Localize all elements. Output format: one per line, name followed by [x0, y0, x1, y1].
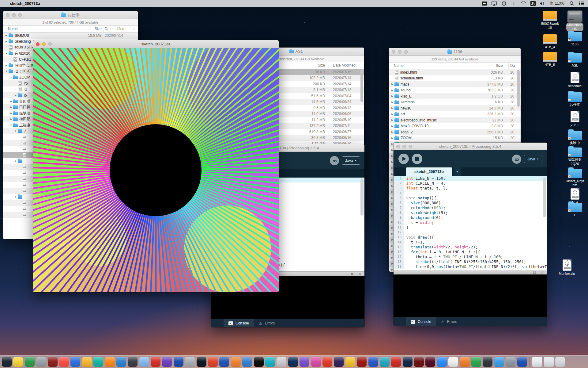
table-row[interactable]: ▶art326.3 MB20 [389, 111, 521, 117]
dock-icon-5[interactable] [48, 357, 58, 367]
time-machine-icon[interactable] [501, 1, 507, 6]
dock-icon-2[interactable] [13, 357, 23, 367]
run-button[interactable] [398, 154, 409, 164]
errors-tab[interactable]: ⚠Errors [254, 319, 280, 327]
dock-icon-39[interactable] [437, 357, 447, 367]
dock-icon-18[interactable] [197, 357, 206, 367]
dock-icon-4[interactable] [36, 357, 46, 367]
dock-icon-15[interactable] [162, 357, 172, 367]
dock-icon-26[interactable] [288, 357, 298, 367]
dock-icon-29[interactable] [322, 357, 332, 367]
disclosure-right-icon[interactable]: ▶ [391, 125, 394, 128]
dock-icon-11[interactable] [116, 357, 126, 367]
dock-icon-7[interactable] [70, 357, 80, 367]
code-line[interactable]: 6 size(800,800); [394, 201, 547, 205]
dock-icon-37[interactable] [414, 357, 424, 367]
dock-icon-12[interactable] [128, 357, 138, 367]
code-line[interactable]: 17 theta = i * TWO_PI / LINE_N + t / 100… [394, 255, 547, 259]
code-line[interactable]: 16 for(int i = 0; i<LINE_N; i++){ [394, 250, 547, 255]
dock-icon-9[interactable] [93, 357, 103, 367]
errors-tab[interactable]: ⚠Errors [436, 317, 462, 326]
code-line[interactable]: 4 [394, 191, 547, 196]
code-line[interactable]: 9 background(0); [394, 215, 547, 220]
sketch-output-window[interactable]: sketch_200713a [33, 40, 279, 292]
screen-record-icon[interactable] [481, 1, 488, 6]
disclosure-down-icon[interactable]: ▼ [9, 124, 13, 127]
menu-clock[interactable]: 水 11:00 [550, 1, 564, 6]
console-tab[interactable]: >_Console [406, 317, 436, 326]
table-row[interactable]: ▶semmon6 KB20 [389, 99, 521, 105]
disclosure-right-icon[interactable]: ▶ [391, 113, 394, 116]
scrollbar[interactable] [360, 69, 363, 102]
dock-icon-19[interactable] [208, 357, 218, 367]
disclosure-right-icon[interactable]: ▶ [391, 119, 394, 121]
console-tab[interactable]: >_Console [224, 319, 254, 327]
dock-icon-43[interactable] [483, 357, 492, 367]
desktop-icon-asl[interactable]: ↗ASL [560, 53, 588, 67]
code-line[interactable]: 18 stroke((i/float(LINE_N)*255+150)%255,… [394, 259, 547, 264]
column-header[interactable]: Name Size Da [389, 63, 521, 69]
dock-icon-28[interactable] [311, 357, 321, 367]
titlebar[interactable]: sketch_200713a [33, 40, 279, 48]
console-splitter[interactable]: ▤ ◁ [394, 270, 547, 274]
dock-icon-40[interactable] [448, 357, 458, 367]
column-size[interactable]: Size [496, 63, 503, 68]
menu-list-icon[interactable] [578, 1, 585, 6]
table-row[interactable]: ▶ZOOM15 KB20 [389, 135, 521, 141]
code-line[interactable]: 14 t +=1; [394, 240, 547, 245]
desktop-icon-[interactable]: ↗お仕事 [560, 92, 588, 107]
clipboard-icon[interactable]: ▤ [533, 270, 536, 274]
titlebar[interactable]: お仕事 [3, 11, 138, 19]
disclosure-down-icon[interactable]: ▼ [5, 52, 8, 55]
dock-icon-44[interactable] [494, 357, 504, 367]
disclosure-right-icon[interactable]: ▶ [391, 101, 394, 104]
traffic-lights[interactable] [396, 145, 412, 148]
disclosure-right-icon[interactable]: ▶ [9, 106, 13, 109]
dock-icon-27[interactable] [300, 357, 309, 367]
desktop-icon-[interactable]: ↗実験中 [560, 131, 588, 145]
disclosure-down-icon[interactable]: ▼ [5, 70, 8, 73]
volume-icon[interactable] [539, 1, 546, 6]
code-line[interactable]: 12 [394, 230, 547, 235]
collapse-console-icon[interactable]: ◁ [358, 272, 361, 275]
desktop-icon-schedule[interactable]: TEXTschedule [560, 72, 588, 88]
table-row[interactable]: schedule.html13 KB20 [389, 75, 521, 82]
disclosure-right-icon[interactable]: ▶ [5, 40, 8, 43]
dock-icon-20[interactable] [219, 357, 229, 367]
disclosure-right-icon[interactable]: ▶ [9, 118, 13, 121]
clipboard-icon[interactable]: ▤ [351, 272, 353, 275]
table-row[interactable]: ▶sogo_2256.7 MB20 [389, 129, 521, 135]
disclosure-right-icon[interactable]: ▶ [391, 89, 394, 92]
dock-icon-16[interactable] [174, 357, 183, 367]
desktop-icon-macintoshhd[interactable]: MacintoshHD [560, 11, 588, 31]
dock-icon-25[interactable] [277, 357, 286, 367]
dock-icon-6[interactable] [59, 357, 69, 367]
debug-icon[interactable]: ꝏ [330, 156, 339, 165]
tab-menu-icon[interactable]: ▼ [454, 167, 461, 176]
dock-icon-14[interactable] [151, 357, 160, 367]
dock-icon-45[interactable] [506, 357, 515, 367]
disclosure-right-icon[interactable]: ▶ [391, 107, 394, 109]
disclosure-down-icon[interactable]: ▼ [14, 196, 17, 198]
column-name[interactable]: Name [8, 27, 18, 31]
sketch-tab[interactable]: sketch_200713b [406, 167, 452, 176]
dock-icon-34[interactable] [380, 357, 390, 367]
column-name[interactable]: Name [394, 63, 404, 68]
dock-icon-38[interactable] [425, 357, 435, 367]
column-date[interactable]: Date Modified [333, 63, 356, 67]
minimize-button[interactable] [402, 145, 406, 148]
dock-icon-3[interactable] [25, 357, 35, 367]
editor-scrollbar[interactable] [360, 179, 364, 216]
disclosure-right-icon[interactable]: ▶ [391, 95, 394, 98]
mode-selector[interactable]: Java▼ [342, 156, 360, 165]
dock-icon-33[interactable] [368, 357, 378, 367]
table-row[interactable]: ▶sound782.2 MB20 [389, 87, 521, 94]
close-button[interactable] [396, 145, 400, 148]
dock-icon-10[interactable] [105, 357, 115, 367]
table-row[interactable]: ▶macs377.8 MB20 [389, 81, 521, 87]
zoom-button[interactable] [18, 13, 22, 17]
code-line[interactable]: 1 int LINE_N = 150; [394, 176, 547, 181]
collapse-console-icon[interactable]: ◁ [541, 270, 543, 274]
code-line[interactable]: 3 float theta, t, l; [394, 186, 547, 191]
airplay-display-icon[interactable] [491, 1, 498, 6]
